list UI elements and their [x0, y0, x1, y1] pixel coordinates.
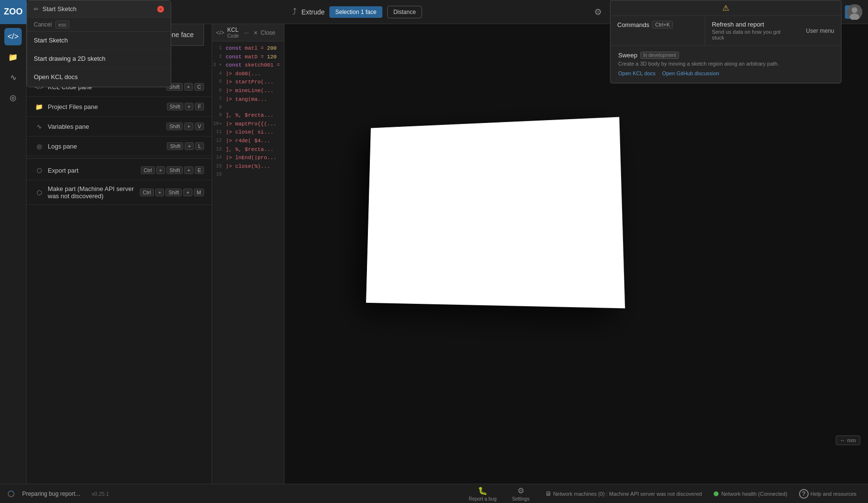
key-shift3: Shift: [166, 122, 183, 130]
editor-tab-bar: </> KCLCode ··· × Close: [212, 24, 284, 41]
user-menu-label: User menu: [806, 27, 834, 34]
user-menu-item[interactable]: User menu: [799, 16, 841, 45]
editor-tab-subtitle: Code: [227, 33, 239, 39]
esc-badge: esc: [55, 21, 69, 28]
code-line-7: 7 |> tang(ma...: [212, 95, 284, 104]
network-dot-icon: [714, 491, 719, 496]
editor-tab-menu[interactable]: ···: [244, 29, 249, 36]
settings-icon: ⚙: [517, 486, 524, 495]
extrude-icon: ⤴: [292, 7, 297, 17]
key-f: F: [195, 103, 204, 110]
top-right-area: ⚙: [594, 0, 608, 24]
code-line-9: 9 ], %, $recta...: [212, 111, 284, 120]
logs-shortcut-label: Logs pane: [48, 143, 163, 150]
commands-panel-item[interactable]: Commands Ctrl+K: [610, 16, 705, 45]
code-line-11: 11 |> close( si...: [212, 128, 284, 137]
refresh-panel-item[interactable]: Refresh and report Send us data on how y…: [705, 16, 799, 45]
cancel-area: Cancel esc: [27, 18, 171, 32]
key-plus4: +: [185, 142, 193, 150]
editor-tab-title-area: KCLCode: [227, 26, 239, 39]
shortcut-project-files[interactable]: 📁 Project Files pane Shift + F: [27, 97, 212, 117]
settings-btn[interactable]: ⚙ Settings: [508, 484, 533, 503]
key-shift2: Shift: [167, 103, 183, 110]
code-line-6: 6 |> m1neLine(...: [212, 87, 284, 95]
user-avatar-area[interactable]: [847, 4, 862, 20]
code-line-13: 13 ], %, $recta...: [212, 146, 284, 154]
dropdown-title: Start Sketch: [42, 5, 77, 13]
dropdown-item-drawing[interactable]: Start drawing a 2D sketch: [27, 50, 171, 68]
refresh-desc: Send us data on how you got stuck: [712, 29, 792, 41]
make-shortcut-label: Make part (Machine API server was not di…: [48, 185, 136, 200]
warning-row: ⚠: [610, 0, 841, 16]
key-shift5: Shift: [166, 166, 183, 174]
make-shortcut-icon: ⬡: [34, 188, 44, 197]
extrude-selection-btn[interactable]: Selection 1 face: [329, 6, 382, 18]
code-line-3: 3 ▾const sketch001 =: [212, 61, 284, 70]
machine-api-warning: 🖥 Network machines (0) : Machine API ser…: [541, 490, 706, 497]
code-line-1: 1const matl = 200: [212, 44, 284, 53]
cancel-button[interactable]: Cancel: [34, 21, 52, 28]
key-shift4: Shift: [167, 142, 183, 150]
code-line-10: 10◂ |> maptPro{{(...: [212, 120, 284, 129]
export-shortcut-keys: Ctrl + Shift + E: [141, 166, 204, 174]
report-bug-btn[interactable]: 🐛 Report a bug: [465, 484, 501, 503]
commands-label: Commands: [617, 21, 649, 28]
unit-display: ↔ mm: [836, 435, 860, 445]
editor-close-btn[interactable]: ×: [254, 29, 258, 37]
help-btn[interactable]: ? Help and resources: [795, 487, 860, 501]
shortcut-variables[interactable]: ∿ Variables pane Shift + V: [27, 117, 212, 136]
network-label: Network health (Connected): [721, 491, 787, 497]
version-label: v0.25.1: [88, 491, 113, 497]
shortcut-make-part[interactable]: ⬡ Make part (Machine API server was not …: [27, 180, 212, 205]
sweep-title-row: Sweep In development: [618, 52, 833, 59]
unit-ruler-icon: ↔: [840, 437, 845, 443]
variables-icon: ∿: [10, 73, 16, 82]
viewport-3d[interactable]: [285, 24, 868, 484]
computer-icon: 🖥: [545, 490, 551, 497]
shortcut-logs[interactable]: ◎ Logs pane Shift + L: [27, 136, 212, 156]
code-line-4: 4 |> do00(...: [212, 70, 284, 79]
commands-refresh-row: Commands Ctrl+K Refresh and report Send …: [610, 16, 841, 46]
logs-shortcut-icon: ◎: [34, 141, 44, 151]
avatar-svg: [847, 4, 862, 20]
code-line-8: 8: [212, 104, 284, 111]
user-avatar[interactable]: [847, 4, 862, 20]
extrude-distance-btn[interactable]: Distance: [387, 6, 422, 18]
files-shortcut-icon: 📁: [34, 102, 44, 111]
shortcut-export[interactable]: ⬡ Export part Ctrl + Shift + E: [27, 161, 212, 180]
code-line-16: 16: [212, 171, 284, 178]
sweep-title: Sweep: [618, 52, 637, 59]
editor-tab-title: KCLCode: [227, 27, 239, 39]
code-line-14: 14 |> lnEnd(|pro...: [212, 154, 284, 163]
settings-label: Settings: [512, 496, 529, 502]
right-panel-overlay: ⚠ Commands Ctrl+K Refresh and report Sen…: [610, 0, 841, 83]
shortcut-separator: [27, 158, 212, 159]
refresh-title: Refresh and report: [712, 21, 792, 28]
vars-shortcut-label: Variables pane: [48, 123, 163, 130]
extrude-title: Extrude: [301, 8, 325, 16]
sidebar-logs-btn[interactable]: ◎: [4, 89, 22, 106]
dropdown-item-kcl-docs[interactable]: Open KCL docs: [27, 68, 171, 87]
code-line-12: 12 |> r4de( $4...: [212, 137, 284, 146]
help-question-icon: ?: [799, 489, 809, 499]
dropdown-item-start-sketch[interactable]: Start Sketch: [27, 32, 171, 50]
dropdown-header: ✏ Start Sketch ×: [27, 0, 171, 18]
code-line-2: 2const matD = 120: [212, 53, 284, 62]
network-indicator: Network health (Connected): [714, 491, 787, 497]
item-title-2: Start drawing a 2D sketch: [34, 55, 164, 62]
sidebar-kcl-btn[interactable]: </>: [4, 28, 22, 45]
key-v: V: [195, 122, 204, 130]
machine-warning-text: Network machines (0) : Machine API serve…: [553, 491, 702, 497]
settings-gear-icon[interactable]: ⚙: [594, 7, 602, 17]
code-line-5: 5 |> startPro(...: [212, 78, 284, 87]
vars-shortcut-icon: ∿: [34, 122, 44, 131]
sidebar-files-btn[interactable]: 📁: [4, 48, 22, 66]
sweep-github-link[interactable]: Open GitHub discussion: [662, 70, 719, 76]
sidebar-variables-btn[interactable]: ∿: [4, 68, 22, 86]
sweep-kcl-docs-link[interactable]: Open KCL docs: [618, 70, 655, 76]
logs-shortcut-keys: Shift + L: [167, 142, 204, 150]
sweep-item[interactable]: Sweep In development Create a 3D body by…: [610, 46, 841, 83]
sweep-desc: Create a 3D body by moving a sketch regi…: [618, 61, 833, 67]
dropdown-close-btn[interactable]: ×: [157, 6, 164, 13]
key-c: C: [194, 83, 204, 91]
